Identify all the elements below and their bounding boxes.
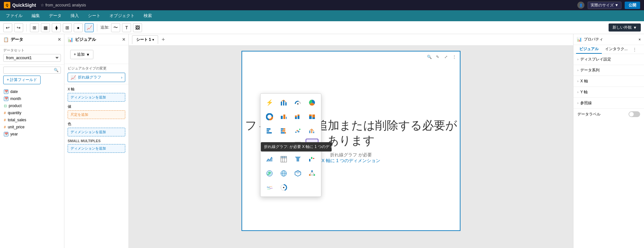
vt-funnel-btn[interactable] — [291, 153, 304, 166]
chart-zoom-btn[interactable]: 🔍 — [426, 53, 433, 60]
vt-scatter-btn[interactable] — [291, 124, 304, 137]
tab-interact[interactable]: インタラク... — [602, 45, 631, 54]
svg-point-7 — [268, 115, 271, 118]
vt-map-btn[interactable] — [263, 167, 276, 180]
add-line-button[interactable]: 〜 — [111, 23, 120, 32]
svg-rect-14 — [298, 115, 299, 116]
field-unit-price[interactable]: # unit_price — [0, 124, 64, 131]
bar-button[interactable]: ▦ — [41, 23, 50, 32]
chart-expand-btn[interactable]: ⤢ — [442, 53, 450, 60]
vt-kpi-btn[interactable] — [277, 96, 290, 109]
menu-sheet[interactable]: シート — [87, 12, 102, 19]
dataset-select[interactable]: from_account1 — [3, 54, 61, 62]
vt-100pct-bar-btn[interactable] — [306, 110, 318, 123]
undo-button[interactable]: ↩ — [3, 23, 12, 32]
calc-field-button[interactable]: + 計算フィールド — [3, 76, 41, 84]
sheet-tab-1[interactable]: シート 1 ▾ — [132, 35, 158, 44]
app-name: QuickSight — [12, 3, 36, 8]
field-total-sales[interactable]: # total_sales — [0, 116, 64, 124]
chart-edit-btn[interactable]: ✎ — [434, 53, 441, 60]
data-label-switch[interactable] — [629, 111, 640, 117]
field-search-input[interactable] — [5, 68, 54, 72]
field-product[interactable]: ⊡ product — [0, 102, 64, 109]
visual-panel-close[interactable]: × — [122, 37, 125, 42]
filter-button[interactable]: ⧫ — [52, 23, 61, 32]
vt-table-btn[interactable] — [277, 153, 290, 166]
star-icon[interactable]: ☆ — [41, 3, 44, 7]
tab-visual[interactable]: ビジュアル — [576, 45, 602, 54]
vt-hbar-btn[interactable] — [263, 124, 276, 137]
properties-close[interactable]: × — [639, 37, 641, 42]
svg-rect-27 — [285, 132, 286, 133]
year-icon: 📅 — [4, 132, 8, 136]
menu-edit[interactable]: 編集 — [30, 12, 41, 19]
small-multiples-drop[interactable]: ディメンションを追加 — [68, 144, 125, 153]
user-icon[interactable]: 👤 — [577, 2, 584, 9]
add-visual-button[interactable]: + 追加 ▼ — [70, 50, 93, 59]
field-quantity[interactable]: # quantity — [0, 109, 64, 116]
small-multiples-label: SMALL MULTIPLES — [68, 139, 125, 143]
value-drop[interactable]: 尺定を追加 — [68, 110, 125, 119]
prop-ref-line[interactable]: › 参照線 — [573, 98, 644, 109]
field-search[interactable]: 🔍 — [3, 67, 61, 74]
svg-rect-13 — [298, 116, 299, 119]
sheet-add-button[interactable]: + — [159, 36, 167, 44]
line-chart-button[interactable]: 📈 — [85, 23, 94, 32]
svg-rect-33 — [311, 130, 312, 133]
add-image-button[interactable]: 🖼 — [133, 23, 142, 32]
color-drop[interactable]: ディメンションを追加 — [68, 128, 125, 136]
field-list: 📅 date 📅 month ⊡ product # quantity # to… — [0, 87, 64, 248]
vt-area-btn[interactable] — [263, 153, 276, 166]
menu-search[interactable]: 検索 — [142, 12, 153, 19]
table-button[interactable]: ⊞ — [30, 23, 39, 32]
visual-type-label: ビジュアルタイプの変更 — [68, 66, 125, 71]
dataset-label: データセット — [3, 48, 61, 53]
field-name-total-sales: total_sales — [8, 118, 26, 122]
vt-network-btn[interactable] — [306, 167, 318, 180]
vt-stacked-bar-btn[interactable] — [291, 110, 304, 123]
vt-3d-btn[interactable] — [291, 167, 304, 180]
canvas-content: 🔍 ✎ ⤢ ⋮ フィールドを追加または削除する必要があります 折れ線グラフ が必… — [129, 46, 573, 248]
prop-y-axis[interactable]: › Y 軸 — [573, 87, 644, 98]
svg-point-72 — [309, 174, 311, 176]
prop-display-settings[interactable]: › ディスプレイ設定 — [573, 54, 644, 65]
publish-button[interactable]: 公開 — [625, 2, 640, 9]
svg-rect-12 — [295, 115, 297, 117]
new-look-button[interactable]: 新しい外観 ▼ — [609, 23, 641, 32]
vt-bar-btn[interactable] — [277, 110, 290, 123]
data-panel-icon: 📋 — [3, 37, 9, 42]
menu-insert[interactable]: 挿入 — [69, 12, 80, 19]
vt-flash-btn[interactable]: ⚡ — [263, 96, 276, 109]
vt-waterfall-btn[interactable] — [306, 153, 318, 166]
prop-x-axis[interactable]: › X 軸 — [573, 76, 644, 87]
redo-button[interactable]: ↪ — [14, 23, 23, 32]
vt-pie-btn[interactable] — [306, 96, 318, 109]
add-label: 追加: — [100, 25, 109, 30]
data-panel-close[interactable]: × — [58, 37, 61, 42]
param-button[interactable]: ⊞ — [63, 23, 72, 32]
vt-combo-btn[interactable] — [306, 124, 318, 137]
vt-donut-btn[interactable] — [263, 110, 276, 123]
field-date[interactable]: 📅 date — [0, 88, 64, 95]
chart-more-btn[interactable]: ⋮ — [451, 53, 458, 60]
vt-globe-btn[interactable] — [277, 167, 290, 180]
menu-object[interactable]: オブジェクト — [108, 12, 136, 19]
menu-file[interactable]: ファイル — [5, 12, 24, 19]
vt-radial-btn[interactable] — [277, 181, 290, 194]
x-axis-drop[interactable]: ディメンションを追加 — [68, 93, 125, 102]
vt-cloud-btn[interactable]: Bigwordcloudtext — [263, 181, 276, 194]
tab-dots[interactable]: ⋮ — [631, 46, 639, 53]
svg-rect-62 — [309, 159, 310, 161]
field-year[interactable]: 📅 year — [0, 131, 64, 138]
prop-data-series[interactable]: › データ系列 — [573, 65, 644, 76]
vt-hstacked-btn[interactable] — [277, 124, 290, 137]
vt-gauge-btn[interactable] — [291, 96, 304, 109]
insight-button[interactable]: ● — [74, 23, 83, 32]
add-text-button[interactable]: T — [122, 23, 131, 32]
field-month[interactable]: 📅 month — [0, 95, 64, 102]
menu-data[interactable]: データ — [48, 12, 63, 19]
size-button[interactable]: 実際のサイズ ▼ — [588, 2, 621, 9]
visual-type-selector[interactable]: 📈 折れ線グラフ › — [68, 73, 125, 82]
prop-data-label-toggle: データラベル — [573, 109, 644, 120]
svg-rect-9 — [283, 115, 285, 119]
